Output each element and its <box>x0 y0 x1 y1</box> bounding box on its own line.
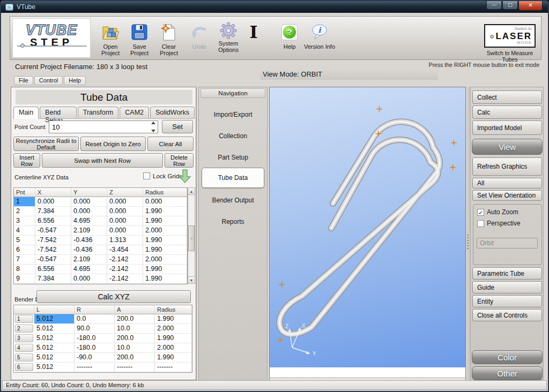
table-cell[interactable]: ------- <box>115 363 155 372</box>
table-cell[interactable]: 200.0 <box>115 334 155 343</box>
table-cell[interactable]: -2.142 <box>107 274 143 284</box>
table-cell[interactable]: -0.547 <box>35 255 71 265</box>
table-cell[interactable]: 6 <box>14 245 35 255</box>
orbit-mode-field[interactable] <box>477 238 538 248</box>
table-cell[interactable]: 200.0 <box>115 353 155 363</box>
xyz-table-scrollbar[interactable]: ▲ ≡ ▼ <box>188 187 195 284</box>
table-cell[interactable]: 4 <box>15 344 33 352</box>
switch-to-laser-button[interactable]: Switch to LASER MODE Switch to Measure T… <box>484 24 536 63</box>
nav-bender-output[interactable]: Bender Output <box>199 197 267 204</box>
help-button[interactable]: ? Help <box>273 21 306 50</box>
refresh-graphics-button[interactable]: Refresh Graphics <box>472 157 542 176</box>
table-cell[interactable]: -0.436 <box>71 245 107 255</box>
nav-header[interactable]: Navigation <box>201 88 265 98</box>
tab-bend-setup[interactable]: Bend Setup <box>40 107 77 118</box>
table-cell[interactable]: 1 <box>14 197 35 207</box>
viewport-canvas[interactable]: Z X Y <box>270 87 465 367</box>
table-cell[interactable]: 0.000 <box>143 197 187 207</box>
table-cell[interactable]: -90.0 <box>75 353 115 363</box>
table-cell[interactable]: 1.990 <box>143 265 187 274</box>
scroll-up-arrow[interactable]: ▲ <box>188 188 195 195</box>
table-cell[interactable]: 5.012 <box>34 363 75 372</box>
table-cell[interactable]: -7.542 <box>35 245 71 255</box>
table-cell[interactable]: 3 <box>14 216 35 226</box>
table-cell[interactable]: 7.384 <box>35 207 71 216</box>
title-bar[interactable]: ≈ VTube — ▢ ✕ <box>1 1 548 13</box>
insert-row-button[interactable]: Insert Row <box>13 153 40 168</box>
table-cell[interactable]: -7.542 <box>35 236 71 245</box>
table-cell[interactable]: -0.547 <box>35 226 71 236</box>
other-tab[interactable]: Other <box>472 366 543 380</box>
guide-button[interactable]: Guide <box>472 281 542 293</box>
green-down-arrow-icon[interactable] <box>179 169 191 186</box>
reset-origin-button[interactable]: Reset Origin to Zero <box>80 137 146 151</box>
table-cell[interactable]: 200.0 <box>115 314 155 324</box>
table-cell[interactable]: 3 <box>15 334 33 342</box>
table-cell[interactable]: 2.109 <box>71 255 107 265</box>
table-cell[interactable]: 5.012 <box>34 334 75 343</box>
table-cell[interactable]: 5.012 <box>34 353 75 363</box>
resync-radii-button[interactable]: Resynchronize Radii to Default <box>13 137 79 151</box>
table-cell[interactable]: 2.000 <box>155 343 192 353</box>
table-cell[interactable]: 4.695 <box>71 265 107 274</box>
table-cell[interactable]: 1.990 <box>143 207 187 216</box>
close-all-controls-button[interactable]: Close all Controls <box>472 309 542 321</box>
save-project-button[interactable]: Save Project <box>123 21 156 56</box>
version-info-button[interactable]: i Version Info <box>303 21 336 50</box>
menu-control[interactable]: Control <box>34 76 63 85</box>
table-cell[interactable]: 5.012 <box>34 343 75 353</box>
table-cell[interactable]: 0.0 <box>75 314 115 324</box>
set-button[interactable]: Set <box>162 120 193 133</box>
auto-zoom-checkbox[interactable]: ✓ Auto Zoom <box>477 208 541 216</box>
table-cell[interactable]: 6 <box>15 363 33 371</box>
table-cell[interactable]: 5 <box>14 236 35 245</box>
table-cell[interactable]: -3.454 <box>107 245 143 255</box>
clear-all-button[interactable]: Clear All <box>147 137 194 151</box>
table-cell[interactable]: 6.556 <box>35 265 71 274</box>
table-cell[interactable]: 0.000 <box>71 197 107 207</box>
scroll-thumb[interactable]: ≡ <box>188 225 195 251</box>
tab-solidworks[interactable]: SolidWorks <box>150 107 195 118</box>
table-cell[interactable]: 1.990 <box>143 216 187 226</box>
table-cell[interactable]: 0.000 <box>71 207 107 216</box>
swap-row-button[interactable]: Swap with Next Row <box>42 153 163 168</box>
scroll-down-arrow[interactable]: ▼ <box>188 276 195 283</box>
table-cell[interactable]: 1.990 <box>143 245 187 255</box>
delete-row-button[interactable]: Delete Row <box>165 153 194 168</box>
table-cell[interactable]: 4.695 <box>71 216 107 226</box>
table-cell[interactable]: 1 <box>15 315 33 323</box>
system-options-button[interactable]: System Options <box>212 21 245 53</box>
table-cell[interactable]: 2.109 <box>71 226 107 236</box>
table-cell[interactable]: 0.000 <box>71 274 107 284</box>
checkbox-box[interactable]: ✓ <box>477 209 484 216</box>
nav-tube-data[interactable]: Tube Data <box>202 168 264 188</box>
entity-button[interactable]: Entity <box>472 295 542 307</box>
tab-transform[interactable]: Transform <box>78 107 119 118</box>
nav-reports[interactable]: Reports <box>199 218 267 225</box>
table-cell[interactable]: 7.384 <box>35 274 71 284</box>
table-cell[interactable]: 10.0 <box>115 324 155 334</box>
table-cell[interactable]: 5.012 <box>34 314 75 324</box>
menu-file[interactable]: File <box>14 76 33 85</box>
calc-button[interactable]: Calc <box>472 105 542 119</box>
table-cell[interactable]: 1.990 <box>143 274 187 284</box>
nav-part-setup[interactable]: Part Setup <box>199 154 267 161</box>
table-cell[interactable]: 2.000 <box>143 226 187 236</box>
table-cell[interactable]: 7 <box>14 255 35 265</box>
table-cell[interactable]: -2.142 <box>107 265 143 274</box>
point-count-stepper[interactable] <box>150 122 157 132</box>
table-cell[interactable]: 2.000 <box>143 255 187 265</box>
table-cell[interactable]: 1.990 <box>155 353 192 363</box>
table-cell[interactable]: 2.000 <box>155 324 192 334</box>
table-cell[interactable]: ------- <box>155 363 192 372</box>
table-cell[interactable]: 0.000 <box>107 197 143 207</box>
table-cell[interactable]: 10.0 <box>115 343 155 353</box>
table-cell[interactable]: 5.012 <box>34 324 75 334</box>
parametric-tube-button[interactable]: Parametric Tube <box>472 267 542 280</box>
table-cell[interactable]: 0.000 <box>107 207 143 216</box>
table-cell[interactable]: 4 <box>14 226 35 236</box>
tab-main[interactable]: Main <box>13 107 39 119</box>
table-cell[interactable]: 8 <box>14 265 35 274</box>
view-tab[interactable]: View <box>472 139 543 155</box>
table-cell[interactable]: 1.990 <box>155 314 192 324</box>
